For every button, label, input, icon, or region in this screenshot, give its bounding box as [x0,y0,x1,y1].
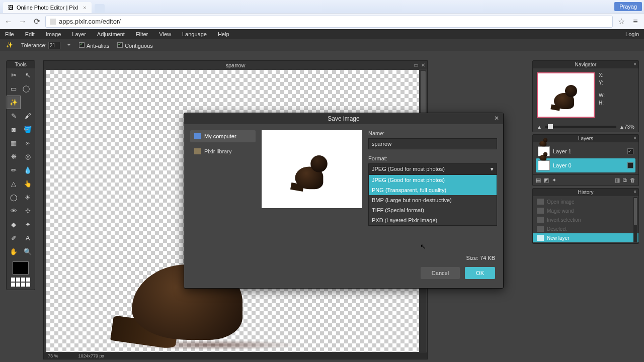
tolerance-stepper-icon[interactable] [67,44,71,48]
forward-button[interactable]: → [17,16,28,27]
format-select[interactable]: JPEG (Good for most photos) ▾ [368,163,497,175]
format-dropdown-list: JPEG (Good for most photos) PNG (Transpa… [368,174,497,226]
file-size-label: Size: 74 KB [466,255,495,261]
lasso-tool[interactable]: ⃝ [21,82,35,96]
address-bar[interactable]: apps.pixlr.com/editor/ [45,16,613,28]
gradient-tool[interactable]: ▦ [7,136,21,150]
minimize-icon[interactable]: ▭ [414,62,418,68]
format-option[interactable]: PXD (Layered Pixlr image) [369,215,497,225]
swatch-grid[interactable] [11,278,30,287]
format-label: Format: [368,155,497,161]
close-panel-icon[interactable]: × [633,189,636,195]
layer-settings-icon[interactable]: ▤ [536,177,541,184]
layer-visibility-toggle[interactable] [627,162,633,168]
contiguous-checkbox[interactable]: Contiguous [117,42,153,49]
zoom-out-icon[interactable]: ▲ [537,124,542,130]
menu-filter[interactable]: Filter [136,31,148,37]
layer-styles-icon[interactable]: ✦ [552,177,556,184]
cancel-button[interactable]: Cancel [421,267,460,279]
dest-pixlr-library[interactable]: Pixlr library [190,145,256,157]
menu-language[interactable]: Language [182,31,207,37]
zoom-value: 73 [624,124,630,130]
format-option[interactable]: BMP (Large but non-destructive) [369,195,497,205]
clone-tool[interactable]: ⍟ [21,136,35,150]
history-step-icon [537,217,544,223]
smudge-tool[interactable]: 👆 [21,177,35,191]
wand-tool[interactable]: ✨ [7,96,21,109]
close-panel-icon[interactable]: × [633,135,636,141]
close-panel-icon[interactable]: × [633,61,636,67]
color-swatch[interactable] [13,261,29,275]
zoom-slider[interactable] [545,126,616,128]
antialias-checkbox[interactable]: Anti-alias [79,42,109,49]
menu-icon[interactable]: ≡ [630,16,641,27]
delete-layer-icon[interactable]: 🗑 [630,177,635,184]
profile-badge[interactable]: Prayag [614,2,642,11]
ok-button[interactable]: OK [465,267,495,279]
format-option[interactable]: PNG (Transparent, full quality) [369,185,497,195]
pencil-tool[interactable]: ✎ [7,109,21,123]
menu-login[interactable]: Login [625,31,639,37]
menu-view[interactable]: View [159,31,171,37]
layers-panel: Layers× Layer 1 Layer 0 ▤ ◩ ✦ [532,134,639,186]
url-text: apps.pixlr.com/editor/ [59,18,121,25]
new-layer-icon[interactable]: ▥ [615,177,620,184]
tolerance-input[interactable] [48,42,60,49]
zoom-in-icon[interactable]: ▲ [619,124,624,130]
menu-layer[interactable]: Layer [72,31,86,37]
layer-row[interactable]: Layer 1 [536,144,635,158]
close-doc-icon[interactable]: ✕ [421,62,425,68]
bucket-tool[interactable]: 🪣 [21,123,35,136]
crop-tool[interactable]: ✂ [7,68,21,82]
redeye-tool[interactable]: 👁 [7,204,21,218]
close-dialog-icon[interactable]: ✕ [494,115,499,122]
browser-tab[interactable]: 🖼 Online Photo Editor | Pixl × [3,2,92,13]
history-item[interactable]: Invert selection [533,215,638,224]
close-tab-icon[interactable]: × [83,5,86,11]
name-input[interactable] [368,138,497,149]
scrollbar-vertical[interactable] [633,197,637,242]
move-tool[interactable]: ↖ [21,68,35,82]
spot-tool[interactable]: ✢ [21,204,35,218]
eraser-tool[interactable]: ◙ [7,123,21,136]
bloat-tool[interactable]: ◆ [7,218,21,231]
format-option[interactable]: JPEG (Good for most photos) [369,175,497,185]
brush-tool[interactable]: 🖌 [21,109,35,123]
duplicate-layer-icon[interactable]: ⧉ [623,177,627,184]
marquee-tool[interactable]: ▭ [7,82,21,96]
menu-adjustment[interactable]: Adjustment [97,31,125,37]
layer-row[interactable]: Layer 0 [536,158,635,172]
format-option[interactable]: TIFF (Special format) [369,205,497,215]
blur-tool[interactable]: 💧 [21,163,35,177]
reload-button[interactable]: ⟳ [31,16,42,27]
layer-mask-icon[interactable]: ◩ [544,177,549,184]
sponge-tool[interactable]: ◯ [7,191,21,204]
draw-tool[interactable]: ✏ [7,163,21,177]
layer-visibility-toggle[interactable] [627,148,633,154]
navigator-thumbnail[interactable] [537,72,595,118]
sharpen-tool[interactable]: △ [7,177,21,191]
dodge-tool[interactable]: ☀ [21,191,35,204]
back-button[interactable]: ← [3,16,14,27]
menu-help[interactable]: Help [218,31,229,37]
history-item[interactable]: Deselect [533,224,638,233]
history-step-icon [537,208,544,214]
menu-image[interactable]: Image [46,31,61,37]
tab-title: Online Photo Editor | Pixl [17,5,78,11]
history-item[interactable]: New layer [533,233,638,242]
bookmark-icon[interactable]: ☆ [616,16,627,27]
chevron-down-icon: ▾ [491,166,494,172]
dest-my-computer[interactable]: My computer [190,130,256,142]
menu-file[interactable]: File [5,31,14,37]
type-tool[interactable]: A [21,231,35,245]
new-tab-button[interactable] [95,4,105,13]
history-item[interactable]: Magic wand [533,206,638,215]
stamp-tool[interactable]: ❋ [7,150,21,163]
replace-tool[interactable]: ◎ [21,150,35,163]
history-item[interactable]: Open image [533,197,638,206]
picker-tool[interactable]: ✐ [7,231,21,245]
pinch-tool[interactable]: ✦ [21,218,35,231]
zoom-tool[interactable]: 🔍 [21,245,35,258]
hand-tool[interactable]: ✋ [7,245,21,258]
menu-edit[interactable]: Edit [25,31,35,37]
